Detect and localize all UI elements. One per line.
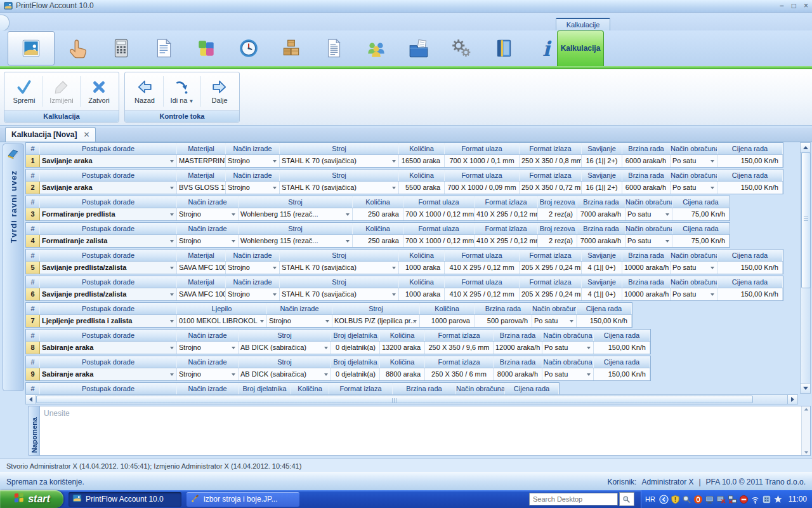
grid-cell[interactable]: 700 X 1000 / 0,1 mm	[445, 155, 520, 167]
cell-dropdown[interactable]: Po satu	[625, 235, 672, 247]
cell-dropdown[interactable]: Po satu	[532, 315, 577, 327]
grid-cell[interactable]: BVS GLOSS 115g/m²	[177, 182, 226, 194]
zatvori-button[interactable]: Zatvori	[82, 74, 116, 109]
magnifier-icon[interactable]	[682, 495, 691, 504]
scroll-right-icon[interactable]	[787, 395, 797, 404]
grid-cell[interactable]: 150,00 Kn/h	[594, 342, 650, 354]
grid-cell[interactable]: 250 X 350 / 6 mm	[425, 368, 494, 380]
cell-dropdown[interactable]: Po satu	[542, 342, 594, 354]
row-number-cell[interactable]: 3	[26, 208, 40, 220]
horizontal-scrollbar[interactable]	[25, 394, 798, 404]
ban-icon[interactable]	[739, 495, 749, 504]
tab-close-icon[interactable]: ✕	[83, 130, 89, 139]
dropdown-arrow-icon[interactable]	[170, 267, 174, 269]
star-icon[interactable]	[773, 495, 783, 504]
monitor-icon[interactable]	[705, 495, 714, 504]
row-number-cell[interactable]: 1	[26, 155, 40, 167]
vertical-scrollbar[interactable]	[800, 142, 811, 394]
dropdown-arrow-icon[interactable]	[587, 347, 591, 349]
scroll-up-icon[interactable]	[801, 143, 810, 153]
grid-cell[interactable]: 2 rez(a)	[538, 208, 577, 220]
wifi-icon[interactable]	[750, 495, 760, 504]
postupak-dropdown[interactable]: Savijanje araka	[40, 182, 177, 194]
minimize-icon[interactable]: −	[780, 2, 784, 10]
grid-cell[interactable]: 8000 araka/h	[494, 368, 542, 380]
grid-cell[interactable]: 12000 araka/h	[494, 342, 542, 354]
note-input[interactable]	[40, 406, 810, 455]
dropdown-arrow-icon[interactable]	[273, 267, 277, 269]
cell-dropdown[interactable]: Strojno	[226, 288, 280, 300]
grid-cell[interactable]: 410 X 295 / 0,12 mm	[475, 235, 538, 247]
people-icon[interactable]	[355, 31, 397, 65]
dropdown-arrow-icon[interactable]	[665, 240, 669, 243]
cell-dropdown[interactable]: Wohlenberg 115 (rezač...	[239, 208, 353, 220]
grid-cell[interactable]: SAVA MFC 100 100g/m²	[177, 262, 226, 274]
cell-dropdown[interactable]: 0100 MEKOL LIBROKOL	[177, 315, 267, 327]
row-number-cell[interactable]: 9	[26, 368, 40, 380]
dropdown-arrow-icon[interactable]	[587, 373, 591, 376]
row-number-cell[interactable]: 5	[26, 262, 40, 274]
postupak-dropdown[interactable]: Formatiranje predlista	[40, 208, 177, 220]
dropdown-arrow-icon[interactable]	[232, 373, 235, 376]
opera-icon[interactable]	[693, 495, 703, 504]
scroll-down-icon[interactable]	[801, 383, 810, 393]
postupak-dropdown[interactable]: Sabiranje araka	[40, 342, 177, 354]
dropdown-arrow-icon[interactable]	[170, 347, 174, 349]
dropdown-arrow-icon[interactable]	[260, 320, 264, 323]
calculator-icon[interactable]	[100, 31, 142, 65]
cell-dropdown[interactable]: Po satu	[625, 208, 672, 220]
report-icon[interactable]	[312, 31, 355, 65]
grid-cell[interactable]: 150,00 Kn/h	[717, 288, 783, 300]
row-number-cell[interactable]: 7	[26, 315, 40, 327]
grid-cell[interactable]: 7000 araka/h	[577, 235, 625, 247]
taskbar-button-inactive[interactable]: izbor stroja i boje.JP...	[187, 492, 299, 507]
cell-dropdown[interactable]: STAHL K 70 (savijačica)	[280, 288, 399, 300]
scroll-left-icon[interactable]	[26, 395, 36, 404]
boxes-icon[interactable]	[270, 31, 312, 65]
search-input[interactable]	[529, 493, 618, 505]
cell-dropdown[interactable]: Strojno	[226, 182, 280, 194]
grid-cell[interactable]: 250 araka	[353, 235, 403, 247]
row-number-cell[interactable]: 8	[26, 342, 40, 354]
cell-dropdown[interactable]: Strojno	[177, 235, 239, 247]
grid-cell[interactable]: 16 (1|| 2+)	[582, 155, 622, 167]
grid-cell[interactable]: 700 X 1000 / 0,12 mm	[403, 235, 475, 247]
grid-cell[interactable]: 16 (1|| 2+)	[582, 182, 622, 194]
grid-cell[interactable]: 75,00 Kn/h	[672, 235, 730, 247]
dropdown-arrow-icon[interactable]	[232, 240, 235, 243]
grid-cell[interactable]: 150,00 Kn/h	[717, 262, 783, 274]
dropdown-arrow-icon[interactable]	[170, 213, 174, 216]
grid-cell[interactable]: 6000 araka/h	[622, 155, 671, 167]
vertical-scroll-thumb[interactable]	[801, 152, 811, 288]
dropdown-arrow-icon[interactable]	[324, 347, 328, 349]
row-number-cell[interactable]: 4	[26, 235, 40, 247]
grid-cell[interactable]: 4 (1|| 0+)	[582, 262, 622, 274]
cell-dropdown[interactable]: Strojno	[226, 155, 280, 167]
grid-cell[interactable]: 250 araka	[353, 208, 403, 220]
note-scrollbar[interactable]	[801, 406, 810, 455]
grid-cell[interactable]: 0 djelatnik(a)	[331, 368, 380, 380]
postupak-dropdown[interactable]: Savijanje predlista/zalista	[40, 288, 177, 300]
nazad-button[interactable]: Nazad	[128, 74, 162, 109]
grid-cell[interactable]: 250 X 350 / 0,72 mm	[520, 182, 582, 194]
grid-cell[interactable]: 6000 araka/h	[622, 182, 671, 194]
clock-icon[interactable]	[227, 31, 270, 65]
cell-dropdown[interactable]: Po satu	[671, 262, 717, 274]
grid-cell[interactable]: 150,00 Kn/h	[717, 155, 783, 167]
dropdown-arrow-icon[interactable]	[710, 160, 714, 163]
dropdown-arrow-icon[interactable]	[392, 160, 396, 163]
cell-dropdown[interactable]: Po satu	[671, 288, 717, 300]
document-icon[interactable]	[142, 31, 185, 65]
book-icon[interactable]	[482, 31, 525, 65]
grid-cell[interactable]: 410 X 295 / 0,12 mm	[475, 208, 538, 220]
dalje-button[interactable]: Dalje	[202, 74, 237, 109]
context-tab-kalkulacije[interactable]: Kalkulacije	[556, 18, 610, 30]
grid-cell[interactable]: 150,00 Kn/h	[594, 368, 650, 380]
note-scroll-down-icon[interactable]	[804, 451, 808, 454]
cell-dropdown[interactable]: Po satu	[542, 368, 594, 380]
search-icon[interactable]	[619, 492, 634, 506]
grid-cell[interactable]: 205 X 295 / 0,24 mm	[520, 262, 582, 274]
dropdown-arrow-icon[interactable]	[170, 187, 174, 189]
cell-dropdown[interactable]: Strojno	[177, 368, 239, 380]
tab-kalkulacija-nova[interactable]: Kalkulacija [Nova] ✕	[5, 127, 96, 142]
